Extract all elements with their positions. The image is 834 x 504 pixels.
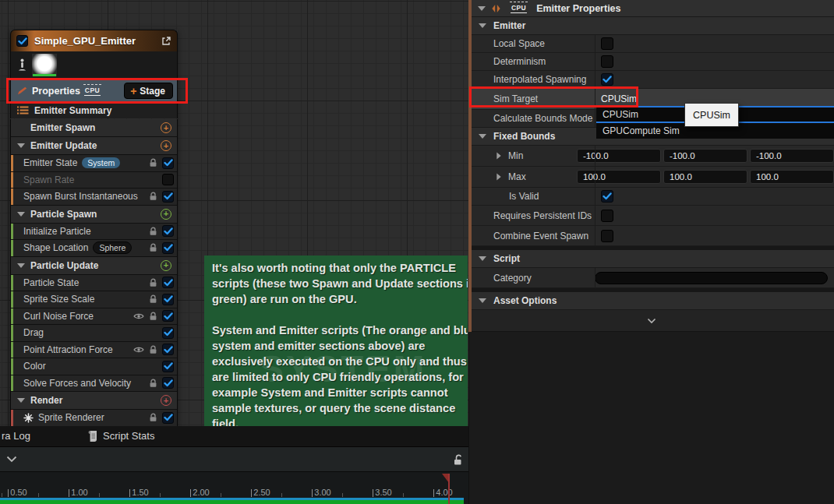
sim-target-value[interactable]: CPUSim xyxy=(601,93,637,104)
details-panel-header[interactable]: CPU Emitter Properties xyxy=(468,0,834,17)
chevron-down-icon[interactable] xyxy=(17,398,25,403)
module-checkbox[interactable] xyxy=(162,174,174,185)
chevron-down-icon[interactable] xyxy=(479,298,486,303)
stack-item-shape-location[interactable]: Shape LocationSphere xyxy=(11,240,177,256)
chevron-down-icon[interactable] xyxy=(479,256,486,261)
stack-item-spawn-burst-instantaneous[interactable]: Spawn Burst Instantaneous xyxy=(11,189,177,205)
combine-event-spawn-checkbox[interactable] xyxy=(601,230,613,242)
local-space-checkbox[interactable] xyxy=(601,37,613,50)
min-x-field[interactable]: -100.0 xyxy=(577,149,661,163)
module-checkbox[interactable] xyxy=(162,327,174,339)
interpolated-spawning-checkbox[interactable] xyxy=(601,73,613,86)
stack-section-emitter-update[interactable]: Emitter Update+ xyxy=(11,137,177,154)
chevron-right-icon[interactable] xyxy=(497,153,500,160)
module-checkbox[interactable] xyxy=(162,361,174,372)
module-checkbox[interactable] xyxy=(162,242,174,254)
sprite-renderer-icon xyxy=(23,413,34,423)
note-paragraph-1: It's also worth noting that only the PAR… xyxy=(212,260,468,307)
stack-item-emitter-properties[interactable]: Properties CPU + Stage xyxy=(10,79,178,102)
stack-item-sprite-renderer[interactable]: Sprite Renderer xyxy=(11,410,177,426)
section-emitter[interactable]: Emitter xyxy=(468,17,834,35)
prop-row-max[interactable]: Max 100.0 100.0 100.0 xyxy=(468,167,834,188)
prop-row-category[interactable]: Category xyxy=(468,268,834,288)
is-valid-checkbox[interactable] xyxy=(601,190,613,203)
prop-row-requires-persistent-ids[interactable]: Requires Persistent IDs xyxy=(468,206,834,226)
stack-section-particle-spawn[interactable]: Particle Spawn+ xyxy=(11,206,177,223)
chevron-down-icon[interactable] xyxy=(17,263,25,268)
ruler-minor-tick xyxy=(221,493,221,497)
stack-item-initialize-particle[interactable]: Initialize Particle xyxy=(11,224,177,240)
chevron-down-icon[interactable] xyxy=(17,212,25,217)
stack-item-color[interactable]: Color xyxy=(11,358,177,375)
emitter-node[interactable]: Simple_GPU_Emitter Properties CPU xyxy=(10,30,178,426)
eye-icon[interactable] xyxy=(133,312,144,320)
module-checkbox[interactable] xyxy=(162,157,174,169)
prop-row-min[interactable]: Min -100.0 -100.0 -100.0 xyxy=(468,146,834,167)
stack-section-emitter-spawn[interactable]: Emitter Spawn+ xyxy=(11,119,177,136)
module-checkbox[interactable] xyxy=(162,344,174,355)
chevron-down-icon[interactable] xyxy=(6,456,17,463)
module-checkbox[interactable] xyxy=(162,310,174,322)
module-checkbox[interactable] xyxy=(162,412,174,424)
tab-niagara-log[interactable]: ra Log xyxy=(2,430,30,442)
prop-row-interpolated-spawning[interactable]: Interpolated Spawning xyxy=(468,71,834,89)
panel-expander[interactable] xyxy=(468,310,834,332)
panel-title: Emitter Properties xyxy=(536,3,620,14)
max-z-field[interactable]: 100.0 xyxy=(750,170,834,184)
category-input[interactable] xyxy=(595,272,828,284)
stack-item-point-attraction-force[interactable]: Point Attraction Force xyxy=(11,342,177,358)
chevron-down-icon[interactable] xyxy=(17,143,25,148)
stack-section-render[interactable]: Render+ xyxy=(11,392,177,409)
timeline-playback-bar[interactable] xyxy=(0,500,464,504)
stack-item-curl-noise-force[interactable]: Curl Noise Force xyxy=(11,308,177,325)
bottom-tab-bar: ra Log Script Stats xyxy=(0,426,468,446)
stack-item-emitter-state[interactable]: Emitter StateSystem xyxy=(11,155,177,171)
ruler-label: 1.00 xyxy=(71,488,87,497)
add-stage-button[interactable]: + Stage xyxy=(124,83,173,99)
playhead-line[interactable] xyxy=(448,474,450,504)
max-y-field[interactable]: 100.0 xyxy=(663,170,747,184)
unlock-icon[interactable] xyxy=(453,453,463,466)
determinism-checkbox[interactable] xyxy=(601,55,613,68)
stack-item-spawn-rate[interactable]: Spawn Rate xyxy=(11,172,177,189)
prop-row-local-space[interactable]: Local Space xyxy=(468,35,834,53)
module-checkbox[interactable] xyxy=(162,377,174,389)
requires-persistent-ids-checkbox[interactable] xyxy=(601,210,613,222)
add-module-icon[interactable]: + xyxy=(161,395,171,406)
chevron-down-icon[interactable] xyxy=(479,134,486,139)
stack-item-drag[interactable]: Drag xyxy=(11,325,177,341)
min-y-field[interactable]: -100.0 xyxy=(663,149,747,163)
system-overview-graph[interactable]: Simple_GPU_Emitter Properties CPU xyxy=(0,0,468,426)
stack-item-emitter-summary[interactable]: Emitter Summary xyxy=(10,102,178,118)
ruler-major-tick xyxy=(251,489,252,497)
open-emitter-icon[interactable] xyxy=(161,36,171,46)
min-z-field[interactable]: -100.0 xyxy=(750,149,834,163)
particle-thumbnail[interactable] xyxy=(32,54,57,76)
add-module-icon[interactable]: + xyxy=(161,209,171,220)
module-checkbox[interactable] xyxy=(162,191,174,203)
tab-script-stats[interactable]: Script Stats xyxy=(103,430,154,442)
ruler-label: 0.50 xyxy=(10,488,27,497)
prop-row-determinism[interactable]: Determinism xyxy=(468,53,834,71)
add-module-icon[interactable]: + xyxy=(161,140,171,151)
max-x-field[interactable]: 100.0 xyxy=(577,170,661,184)
stack-item-sprite-size-scale[interactable]: Sprite Size Scale xyxy=(11,291,177,308)
chevron-right-icon[interactable] xyxy=(497,174,500,181)
emitter-node-header[interactable]: Simple_GPU_Emitter xyxy=(10,30,178,51)
module-checkbox[interactable] xyxy=(162,225,174,237)
chevron-down-icon[interactable] xyxy=(479,23,486,28)
add-module-icon[interactable]: + xyxy=(161,260,171,271)
stack-item-particle-state[interactable]: Particle State xyxy=(11,275,177,291)
section-script[interactable]: Script xyxy=(468,250,834,268)
stack-item-solve-forces-and-velocity[interactable]: Solve Forces and Velocity xyxy=(11,375,177,392)
chevron-down-icon[interactable] xyxy=(478,6,486,11)
module-checkbox[interactable] xyxy=(162,294,174,305)
eye-icon[interactable] xyxy=(133,346,144,354)
stack-section-particle-update[interactable]: Particle Update+ xyxy=(11,257,177,274)
section-asset-options[interactable]: Asset Options xyxy=(468,292,834,310)
prop-row-combine-event-spawn[interactable]: Combine Event Spawn xyxy=(468,226,834,246)
emitter-enabled-checkbox[interactable] xyxy=(16,35,28,47)
add-module-icon[interactable]: + xyxy=(161,122,171,133)
module-checkbox[interactable] xyxy=(162,277,174,288)
prop-row-is-valid[interactable]: Is Valid xyxy=(468,188,834,206)
